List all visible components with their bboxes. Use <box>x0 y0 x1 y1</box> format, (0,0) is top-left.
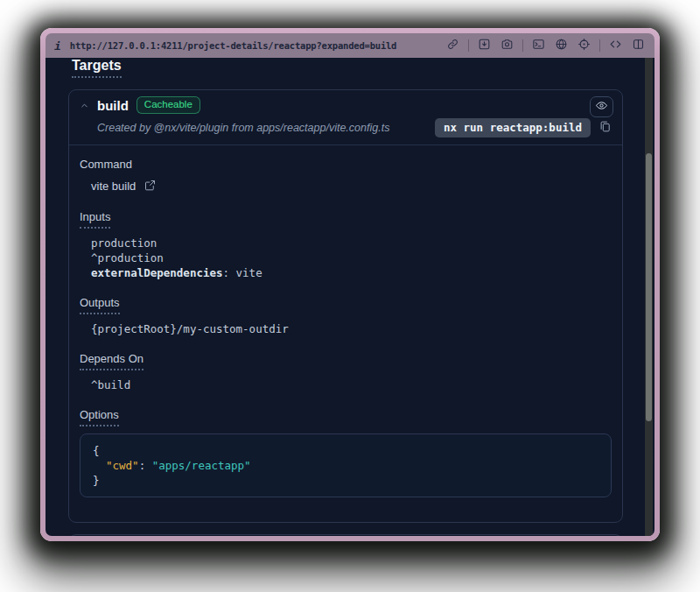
toolbar-divider <box>522 39 523 52</box>
build-target-header: build Cacheable Created by @nx/vite/plug… <box>69 90 622 145</box>
copy-icon <box>598 120 612 136</box>
scrollbar-thumb[interactable] <box>646 153 652 421</box>
project-details-page: Targets build Cacheable Created by @nx/v… <box>46 58 654 536</box>
code-icon <box>609 38 622 53</box>
depends-on-section-label: Depends On <box>80 352 144 370</box>
scrollbar-track[interactable] <box>645 58 653 536</box>
url-text[interactable]: http://127.0.0.1:4211/project-details/re… <box>70 40 396 51</box>
outputs-list: {projectRoot}/my-custom-outdir <box>91 321 612 336</box>
created-by-text: Created by @nx/vite/plugin from apps/rea… <box>97 122 389 134</box>
serve-target-card: serve vite serve <box>68 534 623 536</box>
json-value: "apps/reactapp" <box>152 459 251 472</box>
inputs-section-label: Inputs <box>80 210 110 229</box>
depends-on-list: ^build <box>91 377 612 392</box>
globe-button[interactable] <box>554 39 569 53</box>
external-link-icon <box>144 179 157 194</box>
run-command-chip: nx run reactapp:build <box>435 118 591 137</box>
code-button[interactable] <box>608 39 623 53</box>
input-item: production <box>91 236 612 250</box>
input-key: externalDependencies <box>91 266 223 279</box>
target-button[interactable] <box>577 39 592 53</box>
json-open-brace: { <box>93 443 598 458</box>
browser-toolbar <box>445 39 646 53</box>
build-target-card: build Cacheable Created by @nx/vite/plug… <box>68 89 623 523</box>
build-target-details: Command vite build Inputs production ^pr… <box>69 145 622 522</box>
target-name: build <box>97 98 129 113</box>
camera-button[interactable] <box>500 39 514 53</box>
copy-command-button[interactable] <box>598 120 612 136</box>
serve-target-header: serve vite serve <box>69 535 622 536</box>
split-view-button[interactable] <box>631 39 646 53</box>
output-item: {projectRoot}/my-custom-outdir <box>91 321 612 336</box>
command-section-label: Command <box>80 158 612 172</box>
download-button[interactable] <box>477 39 492 53</box>
cacheable-badge: Cacheable <box>136 96 200 114</box>
download-icon <box>478 38 491 53</box>
terminal-icon <box>532 38 545 53</box>
globe-icon <box>555 38 568 53</box>
command-value: vite build <box>91 180 136 194</box>
targets-heading: Targets <box>72 59 122 78</box>
browser-titlebar: i http://127.0.0.1:4211/project-details/… <box>46 33 654 58</box>
chevron-up-icon[interactable] <box>80 101 89 110</box>
options-section-label: Options <box>80 408 119 426</box>
json-key: "cwd" <box>106 459 139 472</box>
split-view-icon <box>632 38 645 53</box>
info-icon: i <box>54 39 61 53</box>
json-colon: : <box>139 459 152 472</box>
outputs-section-label: Outputs <box>80 296 120 314</box>
open-config-link[interactable] <box>144 179 157 194</box>
options-json-block: { "cwd": "apps/reactapp" } <box>80 433 612 497</box>
link-button[interactable] <box>445 39 460 53</box>
terminal-button[interactable] <box>531 39 546 53</box>
toolbar-divider <box>599 39 600 52</box>
inputs-list: production ^production externalDependenc… <box>91 236 612 280</box>
link-icon <box>446 38 459 53</box>
eye-icon <box>595 99 608 115</box>
target-icon <box>578 38 591 53</box>
camera-icon <box>500 38 514 53</box>
desktop-background: i http://127.0.0.1:4211/project-details/… <box>0 0 700 592</box>
depends-on-item: ^build <box>91 377 612 392</box>
json-close-brace: } <box>93 473 598 488</box>
input-value: : vite <box>223 266 262 279</box>
input-item: ^production <box>91 250 612 265</box>
toolbar-divider <box>468 39 469 52</box>
browser-window: i http://127.0.0.1:4211/project-details/… <box>40 28 660 541</box>
json-option-line: "cwd": "apps/reactapp" <box>93 458 598 473</box>
input-item: externalDependencies: vite <box>91 265 612 280</box>
view-target-graph-button[interactable] <box>590 96 613 117</box>
